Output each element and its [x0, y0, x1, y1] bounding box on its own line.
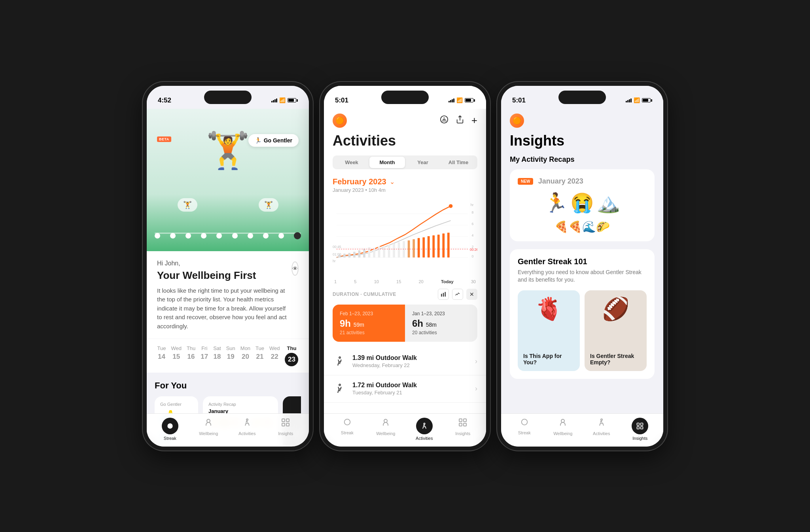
- activity-title-1: 1.39 mi Outdoor Walk: [352, 354, 469, 362]
- cal-day-4[interactable]: Fri 17: [201, 345, 208, 366]
- stat-card-current[interactable]: Feb 1–23, 2023 9h 59m 21 activities: [333, 305, 405, 342]
- tab-month[interactable]: Month: [369, 157, 405, 168]
- stat-period-2: Jan 1–23, 2023: [412, 311, 470, 316]
- cal-day-6[interactable]: Sun 19: [226, 345, 235, 366]
- greeting-hi: Hi John,: [157, 260, 291, 267]
- stats-row: Feb 1–23, 2023 9h 59m 21 activities Jan …: [333, 305, 477, 342]
- nav-activities-1[interactable]: Activities: [235, 418, 259, 436]
- nav-insights-3[interactable]: Insights: [628, 418, 652, 441]
- bar-chart-btn[interactable]: [438, 289, 449, 300]
- status-time-3: 5:01: [512, 97, 526, 104]
- svg-text:hr: hr: [333, 259, 336, 263]
- bottom-nav-2: Streak Wellbeing Activities Insights: [324, 413, 486, 447]
- activity-info-2: 1.72 mi Outdoor Walk Tuesday, February 2…: [352, 382, 469, 396]
- dot-today: [294, 232, 301, 239]
- tab-year[interactable]: Year: [405, 157, 441, 168]
- nav-insights-label-1: Insights: [278, 431, 293, 436]
- filter-icon[interactable]: [440, 115, 449, 126]
- cal-day-today[interactable]: Thu 23: [285, 345, 298, 366]
- line-chart-btn[interactable]: [452, 289, 463, 300]
- profile-icon-2[interactable]: 🟠: [333, 114, 347, 128]
- recap-emojis: 🏃 😭 🏔️ 🍕🍕🌊🌮: [518, 192, 647, 233]
- signal-icon-1: [271, 98, 277, 102]
- go-gentler-button[interactable]: 🏃 Go Gentler: [248, 134, 299, 147]
- x-label-5: 5: [354, 279, 356, 284]
- tab-week[interactable]: Week: [334, 157, 369, 168]
- streak-101-title: Gentler Streak 101: [518, 257, 647, 266]
- chart-x-labels: 1 5 10 15 20 Today 30: [333, 279, 477, 284]
- nav-activities-2[interactable]: Activities: [413, 418, 436, 441]
- stat-card-prev[interactable]: Jan 1–23, 2023 6h 58m 20 activities: [405, 305, 477, 342]
- nav-streak-label-3: Streak: [518, 430, 531, 435]
- status-icons-1: 📶: [271, 97, 298, 103]
- add-icon[interactable]: +: [471, 114, 477, 127]
- eye-icon[interactable]: 👁: [291, 261, 299, 276]
- svg-text:0: 0: [472, 254, 474, 258]
- profile-icon-3[interactable]: 🟠: [510, 114, 524, 128]
- chart-chevron-icon[interactable]: ⌄: [390, 178, 395, 186]
- streak-card-2[interactable]: 🏈 Is Gentler Streak Empty?: [585, 290, 647, 371]
- svg-text:00:26: 00:26: [470, 247, 477, 251]
- activity-date-1: Wednesday, February 22: [352, 362, 469, 368]
- wellbeing-icon-3: [558, 418, 568, 430]
- stat-activities-2: 20 activities: [412, 330, 470, 335]
- recap-card[interactable]: NEW January 2023 🏃 😭 🏔️ 🍕🍕🌊🌮: [510, 169, 655, 241]
- nav-wellbeing-1[interactable]: Wellbeing: [197, 418, 220, 436]
- activity-chevron-2: ›: [475, 384, 477, 393]
- nav-wellbeing-label-1: Wellbeing: [199, 431, 218, 436]
- cal-day-5[interactable]: Sat 18: [213, 345, 221, 366]
- cal-day-7[interactable]: Mon 20: [240, 345, 250, 366]
- svg-rect-6: [286, 423, 289, 426]
- nav-streak-3[interactable]: Streak: [513, 418, 536, 435]
- card-recap-label: Activity Recap: [208, 402, 273, 407]
- streak-card-1-title: Is This App for You?: [523, 353, 574, 365]
- nav-wellbeing-2[interactable]: Wellbeing: [374, 418, 397, 436]
- svg-rect-62: [459, 423, 462, 426]
- app-header-3: 🟠: [501, 109, 663, 131]
- cal-day-2[interactable]: Wed 15: [171, 345, 182, 366]
- svg-rect-54: [445, 292, 446, 297]
- share-icon[interactable]: [456, 115, 464, 126]
- chart-section: February 2023 ⌄ January 2023 • 10h 4m hr…: [324, 177, 486, 284]
- nav-wellbeing-3[interactable]: Wellbeing: [551, 418, 575, 436]
- svg-point-57: [344, 419, 350, 425]
- svg-rect-32: [378, 246, 380, 257]
- tab-alltime[interactable]: All Time: [441, 157, 476, 168]
- cal-day-8[interactable]: Tue 21: [255, 345, 264, 366]
- nav-insights-2[interactable]: Insights: [451, 418, 475, 436]
- recap-emoji-1: 🏃: [544, 192, 568, 214]
- insights-title: Insights: [501, 131, 663, 155]
- insights-icon-2: [458, 418, 467, 430]
- close-chart-btn[interactable]: ✕: [466, 289, 477, 300]
- recap-emoji-2: 😭: [570, 192, 594, 214]
- recap-header: NEW January 2023: [518, 177, 647, 186]
- go-gentler-emoji: 🏃: [255, 137, 261, 144]
- svg-rect-26: [348, 253, 350, 257]
- dot-8: [263, 233, 269, 239]
- streak-card-1[interactable]: 🫀 Is This App for You?: [518, 290, 580, 371]
- activity-item-1[interactable]: 1.39 mi Outdoor Walk Wednesday, February…: [324, 348, 486, 375]
- streak-card-2-title: Is Gentler Streak Empty?: [590, 353, 641, 365]
- cal-day-9[interactable]: Wed 22: [269, 345, 280, 366]
- dot-9: [278, 233, 284, 239]
- nav-streak-1[interactable]: Streak: [158, 418, 182, 441]
- streak-cards-row: 🫀 Is This App for You? 🏈 Is Gentler Stre…: [518, 290, 647, 371]
- activity-item-2[interactable]: 1.72 mi Outdoor Walk Tuesday, February 2…: [324, 375, 486, 403]
- walk-icon-1: [333, 354, 347, 369]
- greeting-body: It looks like the right time to put your…: [157, 286, 291, 331]
- wifi-icon-2: 📶: [456, 97, 463, 103]
- activity-chevron-1: ›: [475, 357, 477, 365]
- cal-day-3[interactable]: Thu 16: [187, 345, 195, 366]
- nav-wellbeing-label-2: Wellbeing: [376, 431, 395, 436]
- for-you-title: For You: [155, 381, 301, 391]
- battery-icon-1: [288, 98, 298, 102]
- nav-insights-label-2: Insights: [455, 431, 470, 436]
- nav-activities-3[interactable]: Activities: [590, 418, 613, 436]
- phone-streak: 4:52 📶 BETA 🏃 Go Gentler: [143, 82, 313, 451]
- cal-day-1[interactable]: Tue 14: [157, 345, 166, 366]
- nav-streak-2[interactable]: Streak: [335, 418, 359, 435]
- nav-insights-1[interactable]: Insights: [274, 418, 297, 436]
- header-icons-2: +: [440, 114, 477, 127]
- svg-rect-5: [282, 423, 285, 426]
- x-label-today: Today: [441, 279, 454, 284]
